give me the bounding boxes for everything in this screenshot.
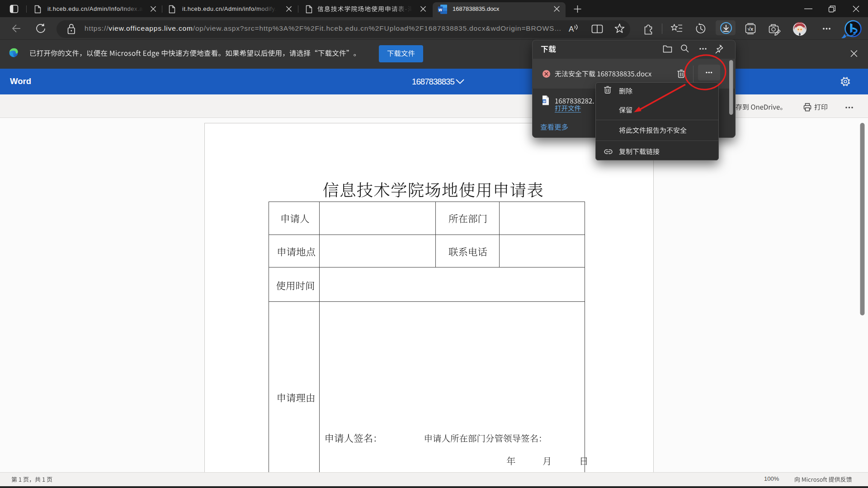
svg-text:W: W: [543, 100, 546, 103]
